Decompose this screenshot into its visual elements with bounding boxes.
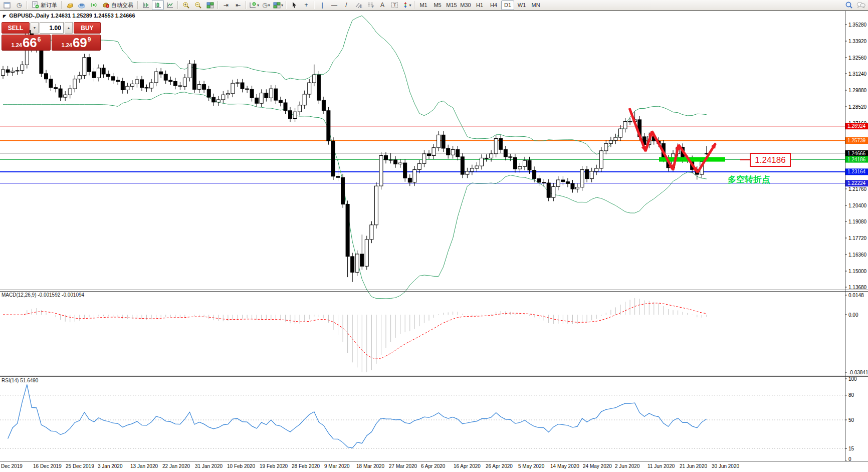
equidistant-channel-icon[interactable]: E <box>352 0 364 10</box>
new-order-icon <box>32 1 39 10</box>
trendline-icon[interactable]: / <box>340 0 352 10</box>
candlestick-chart-icon[interactable] <box>152 0 164 10</box>
svg-text:1.15000: 1.15000 <box>848 269 867 274</box>
buy-price-base: 1.24 <box>61 42 72 48</box>
chart-title: ◤ GBPUSD-,Daily 1.24631 1.25289 1.24553 … <box>3 13 135 19</box>
toolbar: ◷新订单自动交易⇥⇤▾◷▾▾+|—/EFAT▾M1M5M15M30H1H4D1W… <box>0 0 868 11</box>
macd-label: MACD(12,26,9) -0.001592 -0.001094 <box>2 292 85 298</box>
chart-window-icon[interactable] <box>1 0 13 10</box>
svg-text:100: 100 <box>848 376 857 382</box>
timeframe-d1-button[interactable]: D1 <box>501 1 514 10</box>
timeframe-m1-button[interactable]: M1 <box>417 1 430 10</box>
svg-text:1.23164: 1.23164 <box>847 169 866 174</box>
buy-price-button[interactable]: 1.24 69 9 <box>52 35 101 51</box>
autotrade-button[interactable]: 自动交易 <box>100 0 136 10</box>
time-axis[interactable]: Dec 201916 Dec 201925 Dec 20193 Jan 2020… <box>1 463 739 469</box>
bar-chart-icon[interactable] <box>140 0 152 10</box>
svg-text:6 Apr 2020: 6 Apr 2020 <box>421 463 446 469</box>
toolbar-separator <box>414 1 415 9</box>
svg-text:3 Jan 2020: 3 Jan 2020 <box>98 463 123 469</box>
auto-scroll-icon[interactable]: ⇥ <box>220 0 232 10</box>
sell-price-pip: 6 <box>38 36 41 43</box>
crosshair-icon[interactable]: + <box>300 0 312 10</box>
svg-text:27 Mar 2020: 27 Mar 2020 <box>389 463 417 469</box>
svg-text:1.17720: 1.17720 <box>848 235 867 241</box>
volume-down-button[interactable]: ▼ <box>31 22 39 34</box>
svg-text:24 May 2020: 24 May 2020 <box>583 463 612 469</box>
text-label-icon[interactable]: T <box>388 0 400 10</box>
chart-shift-icon[interactable]: ⇤ <box>232 0 244 10</box>
sell-price-button[interactable]: 1.24 66 6 <box>2 35 51 51</box>
svg-text:1.24186: 1.24186 <box>755 155 785 165</box>
tile-windows-icon[interactable] <box>204 0 216 10</box>
svg-text:1.35280: 1.35280 <box>848 22 867 28</box>
one-click-trading-panel: SELL ▼ ▲ BUY 1.24 66 6 1.24 69 9 <box>2 22 101 51</box>
vertical-line-icon[interactable]: | <box>316 0 328 10</box>
arrows-shapes-icon[interactable]: ▾ <box>400 0 412 10</box>
svg-text:T: T <box>393 3 396 8</box>
svg-text:13 Jan 2020: 13 Jan 2020 <box>130 463 158 469</box>
timeframe-h4-button[interactable]: H4 <box>487 1 500 10</box>
market-gold-icon[interactable] <box>64 0 76 10</box>
buy-button[interactable]: BUY <box>74 22 101 34</box>
svg-text:1.24186: 1.24186 <box>847 157 866 162</box>
svg-text:1.32560: 1.32560 <box>848 55 867 61</box>
turning-point-note[interactable]: 多空转折点 <box>728 174 770 184</box>
svg-text:14 May 2020: 14 May 2020 <box>550 463 579 469</box>
timeframe-m30-button[interactable]: M30 <box>459 1 472 10</box>
svg-text:2 Jun 2020: 2 Jun 2020 <box>615 463 640 469</box>
timeframe-m15-button[interactable]: M15 <box>445 1 458 10</box>
search-icon[interactable] <box>843 0 855 10</box>
rsi-label: RSI(14) 51.6490 <box>2 378 39 383</box>
svg-text:26 Apr 2020: 26 Apr 2020 <box>486 463 513 469</box>
svg-text:21 Jun 2020: 21 Jun 2020 <box>680 463 707 469</box>
svg-text:1.16360: 1.16360 <box>848 252 867 258</box>
tick-chart-icon[interactable]: ◷ <box>13 0 25 10</box>
timeframe-mn-button[interactable]: MN <box>529 1 542 10</box>
new-order-button[interactable]: 新订单 <box>29 0 60 10</box>
fibonacci-icon[interactable]: F <box>364 0 376 10</box>
volume-up-button[interactable]: ▲ <box>65 22 73 34</box>
svg-text:-0.038415: -0.038415 <box>848 370 868 375</box>
timeframe-m5-button[interactable]: M5 <box>431 1 444 10</box>
svg-text:80: 80 <box>848 392 854 398</box>
svg-text:1.25739: 1.25739 <box>847 138 866 143</box>
toolbar-separator <box>314 1 315 9</box>
svg-text:Dec 2019: Dec 2019 <box>1 463 23 469</box>
buy-price-main: 69 <box>73 36 87 49</box>
volume-input[interactable] <box>40 22 64 34</box>
svg-text:30 Jun 2020: 30 Jun 2020 <box>712 463 739 469</box>
symbol-name: GBPUSD-,Daily <box>9 13 49 19</box>
cursor-icon[interactable] <box>288 0 300 10</box>
svg-text:1.24666: 1.24666 <box>847 151 866 156</box>
horizontal-line-icon[interactable]: — <box>328 0 340 10</box>
toolbar-separator <box>286 1 287 9</box>
cloud-charts-icon[interactable] <box>76 0 88 10</box>
text-icon[interactable]: A <box>376 0 388 10</box>
toolbar-separator <box>177 1 178 9</box>
timeframe-w1-button[interactable]: W1 <box>515 1 528 10</box>
sell-price-base: 1.24 <box>11 42 22 48</box>
svg-text:0.0148: 0.0148 <box>848 293 864 298</box>
signals-icon[interactable] <box>88 0 100 10</box>
toolbar-separator <box>218 1 219 9</box>
chat-icon[interactable] <box>855 0 867 10</box>
toolbar-separator <box>61 1 62 9</box>
sell-button[interactable]: SELL <box>2 22 30 34</box>
svg-text:50: 50 <box>848 417 854 423</box>
toolbar-separator <box>137 1 138 9</box>
svg-text:1.21760: 1.21760 <box>848 186 867 192</box>
chart-canvas[interactable]: 1.24186多空转折点1.352801.339201.325601.31240… <box>0 0 868 472</box>
periods-icon[interactable]: ◷▾ <box>260 0 272 10</box>
line-chart-icon[interactable] <box>164 0 176 10</box>
zoom-out-icon[interactable] <box>192 0 204 10</box>
zoom-in-icon[interactable] <box>180 0 192 10</box>
svg-text:10 Feb 2020: 10 Feb 2020 <box>227 463 256 469</box>
timeframe-h1-button[interactable]: H1 <box>473 1 486 10</box>
templates-icon[interactable]: ▾ <box>272 0 284 10</box>
svg-text:22 Jan 2020: 22 Jan 2020 <box>162 463 190 469</box>
indicators-add-icon[interactable]: ▾ <box>248 0 260 10</box>
toolbar-separator <box>246 1 247 9</box>
svg-text:1.20400: 1.20400 <box>848 203 867 208</box>
svg-text:1.26924: 1.26924 <box>847 123 866 129</box>
